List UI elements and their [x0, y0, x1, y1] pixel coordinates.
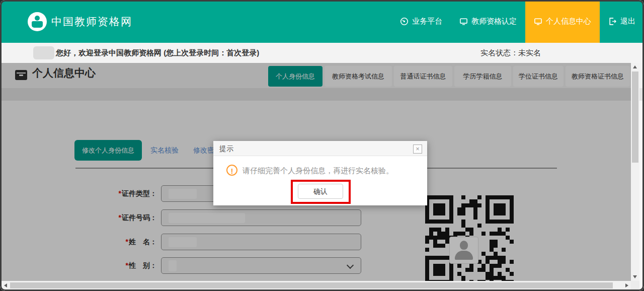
modal-header: 提示 × — [213, 141, 427, 156]
vertical-scrollbar[interactable] — [631, 63, 639, 281]
vertical-scrollbar-thumb[interactable] — [632, 71, 638, 163]
nav-item-business-platform[interactable]: 业务平台 — [391, 0, 451, 43]
scrollbar-corner — [631, 281, 639, 290]
welcome-bar: 您好，欢迎登录中国教师资格网 (您上次登录时间：首次登录) 实名状态：未实名 — [0, 43, 644, 63]
browser-window: 中国教师资格网 业务平台 教师资格认定 个人信息中心 — [0, 0, 644, 291]
monitor-icon — [459, 17, 468, 26]
horizontal-scrollbar-thumb[interactable] — [10, 282, 613, 288]
close-icon[interactable]: × — [413, 144, 422, 154]
welcome-greeting: 您好，欢迎登录中国教师资格网 (您上次登录时间：首次登录) — [56, 43, 259, 63]
realname-status-label: 实名状态： — [480, 48, 518, 57]
scroll-down-icon[interactable] — [633, 275, 637, 278]
modal-message: 请仔细完善个人身份信息，再进行实名核验。 — [243, 166, 393, 176]
realname-status-value: 未实名 — [518, 48, 541, 57]
site-header: 中国教师资格网 业务平台 教师资格认定 个人信息中心 — [0, 0, 644, 43]
nav-item-teacher-certification[interactable]: 教师资格认定 — [451, 0, 525, 43]
scroll-up-icon[interactable] — [633, 65, 637, 68]
monitor-icon — [534, 17, 542, 26]
site-logo-icon[interactable] — [28, 12, 47, 31]
redacted-username — [33, 46, 54, 59]
horizontal-scrollbar[interactable] — [2, 281, 631, 290]
logout-icon — [608, 17, 617, 26]
warning-icon: ! — [226, 165, 237, 176]
scroll-right-icon[interactable] — [625, 283, 628, 287]
top-nav: 业务平台 教师资格认定 个人信息中心 退出 — [391, 0, 644, 43]
red-highlight-annotation — [291, 180, 351, 204]
gauge-icon — [400, 17, 409, 26]
logo-person-icon — [35, 16, 40, 21]
scroll-left-icon[interactable] — [4, 283, 7, 287]
nav-item-personal-info-center[interactable]: 个人信息中心 — [525, 0, 600, 43]
site-title: 中国教师资格网 — [51, 15, 132, 29]
realname-status: 实名状态：未实名 — [480, 43, 541, 63]
modal-title: 提示 — [219, 141, 233, 156]
nav-item-logout[interactable]: 退出 — [600, 0, 644, 43]
